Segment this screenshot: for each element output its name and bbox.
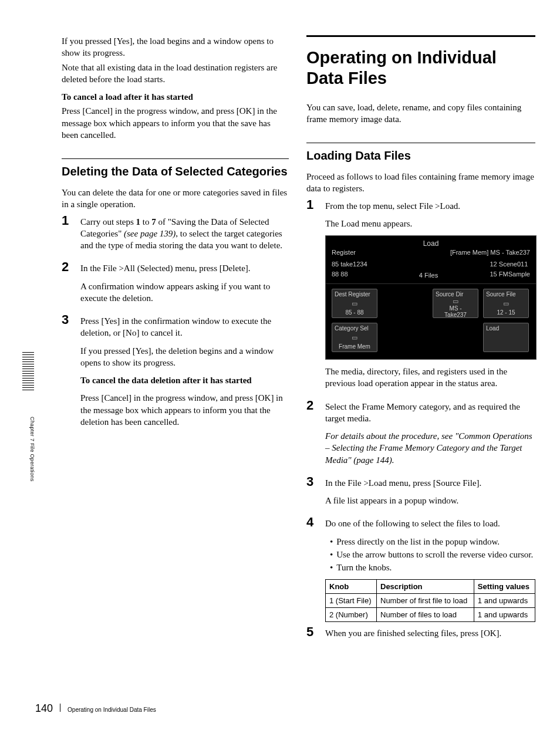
btn-label: Dest Register <box>335 291 375 298</box>
subhead: To cancel the data deletion after it has… <box>80 374 289 386</box>
btn-value: 85 - 88 <box>335 309 375 316</box>
td: Number of files to load <box>377 608 474 622</box>
step-1: 1 From the top menu, select File >Load. … <box>306 198 535 396</box>
step-3: 3 Press [Yes] in the confirmation window… <box>62 313 289 434</box>
ui-title: Load <box>332 239 530 248</box>
text: Press [Cancel] in the progress window, a… <box>80 392 289 428</box>
load-button[interactable]: Load <box>483 323 529 352</box>
ui-list-item: 88 88 <box>332 269 367 279</box>
text: If you pressed [Yes], the deletion begin… <box>80 345 289 369</box>
ui-register-label: Register <box>332 249 356 256</box>
bullet: Turn the knobs. <box>336 562 392 573</box>
step-2: 2 In the File >All (Selected) menu, pres… <box>62 261 289 310</box>
btn-value: Frame Mem <box>335 343 375 350</box>
bullet: Use the arrow buttons to scroll the reve… <box>336 549 533 560</box>
ui-list-item: 15 FMSample <box>490 269 530 279</box>
text: 7 <box>151 217 156 227</box>
step-number: 2 <box>306 399 318 472</box>
left-column: If you pressed [Yes], the load begins an… <box>62 35 289 712</box>
right-column: Operating on Individual Data Files You c… <box>306 35 535 712</box>
td: 1 (Start File) <box>326 594 377 608</box>
section-heading: Deleting the Data of Selected Categories <box>62 158 289 178</box>
text: The media, directory, files, and registe… <box>325 366 537 390</box>
btn-label: Source Dir <box>436 291 475 298</box>
text: Carry out steps <box>80 217 136 227</box>
text: The Load menu appears. <box>325 218 537 229</box>
popup-icon: ▭ <box>335 300 375 307</box>
ui-register-right: [Frame Mem] MS - Take237 <box>450 249 530 256</box>
step-number: 1 <box>306 198 318 396</box>
para: You can save, load, delete, rename, and … <box>306 102 535 126</box>
source-file-button[interactable]: Source File ▭ 12 - 15 <box>483 289 529 318</box>
td: Number of first file to load <box>377 594 474 608</box>
btn-value: MS - Take237 <box>436 305 475 318</box>
td: 1 and upwards <box>474 594 535 608</box>
ui-list-item: 85 take1234 <box>332 259 367 269</box>
para: Note that all existing data in the load … <box>62 62 289 86</box>
text: A confirmation window appears asking if … <box>80 280 289 305</box>
text: A file list appears in a popup window. <box>325 495 535 506</box>
text: to <box>140 217 151 227</box>
page-title: Operating on Individual Data Files <box>306 35 535 89</box>
bullet-list: Press directly on the list in the popup … <box>325 536 535 574</box>
source-dir-button[interactable]: Source Dir ▭ MS - Take237 <box>433 289 478 318</box>
step-number: 4 <box>306 516 318 622</box>
bullet: Press directly on the list in the popup … <box>336 536 500 548</box>
knob-table: Knob Description Setting values 1 (Start… <box>325 579 535 622</box>
btn-label: Load <box>486 325 526 332</box>
table-row: 2 (Number) Number of files to load 1 and… <box>326 608 535 622</box>
step-number: 1 <box>62 214 73 258</box>
page-number: 140 <box>35 702 53 715</box>
text: Do one of the following to select the fi… <box>325 518 535 529</box>
td: 2 (Number) <box>326 608 377 622</box>
text: From the top menu, select File >Load. <box>325 200 537 212</box>
para: Proceed as follows to load files contain… <box>306 171 535 195</box>
para: If you pressed [Yes], the load begins an… <box>62 35 289 59</box>
th: Setting values <box>474 580 535 594</box>
text: In the File >Load menu, press [Source Fi… <box>325 477 535 489</box>
step-4: 4 Do one of the following to select the … <box>306 516 535 622</box>
binding-marks <box>22 352 34 392</box>
ui-file-count: 4 Files <box>419 272 438 279</box>
step-5: 5 When you are finished selecting files,… <box>306 626 535 645</box>
table-row: 1 (Start File) Number of first file to l… <box>326 594 535 608</box>
th: Description <box>377 580 474 594</box>
text: 1 <box>136 217 141 227</box>
category-sel-button[interactable]: Category Sel ▭ Frame Mem <box>332 323 377 352</box>
cross-ref: For details about the procedure, see "Co… <box>325 430 535 466</box>
footer: 140 Operating on Individual Data Files <box>35 702 156 715</box>
step-number: 3 <box>62 313 73 434</box>
step-3: 3 In the File >Load menu, press [Source … <box>306 475 535 513</box>
text: Select the Frame Memory category, and as… <box>325 401 535 425</box>
text: When you are finished selecting files, p… <box>325 627 535 639</box>
subhead: To cancel a load after it has started <box>62 91 289 103</box>
chapter-side-label: Chapter 7 File Operations <box>29 417 35 482</box>
popup-icon: ▭ <box>335 334 375 342</box>
text: (see page 139) <box>124 229 176 238</box>
para: Press [Cancel] in the progress window, a… <box>62 105 289 141</box>
btn-label: Category Sel <box>335 325 375 332</box>
popup-icon: ▭ <box>486 300 526 307</box>
load-menu-screenshot: Load Register [Frame Mem] MS - Take237 8… <box>325 235 537 360</box>
text: In the File >All (Selected) menu, press … <box>80 262 289 274</box>
section-heading: Loading Data Files <box>306 143 535 163</box>
btn-value: 12 - 15 <box>486 309 526 316</box>
step-number: 5 <box>306 626 318 645</box>
dest-register-button[interactable]: Dest Register ▭ 85 - 88 <box>332 289 377 318</box>
ui-list-item: 12 Scene011 <box>490 259 530 269</box>
btn-label: Source File <box>486 291 526 298</box>
th: Knob <box>326 580 377 594</box>
td: 1 and upwards <box>474 608 535 622</box>
footer-title: Operating on Individual Data Files <box>68 707 156 713</box>
para: You can delete the data for one or more … <box>62 187 289 211</box>
popup-icon: ▭ <box>436 298 475 305</box>
step-1: 1 Carry out steps 1 to 7 of "Saving the … <box>62 214 289 258</box>
text: Press [Yes] in the confirmation window t… <box>80 315 289 339</box>
step-number: 2 <box>62 261 73 310</box>
step-number: 3 <box>306 475 318 513</box>
step-2: 2 Select the Frame Memory category, and … <box>306 399 535 472</box>
